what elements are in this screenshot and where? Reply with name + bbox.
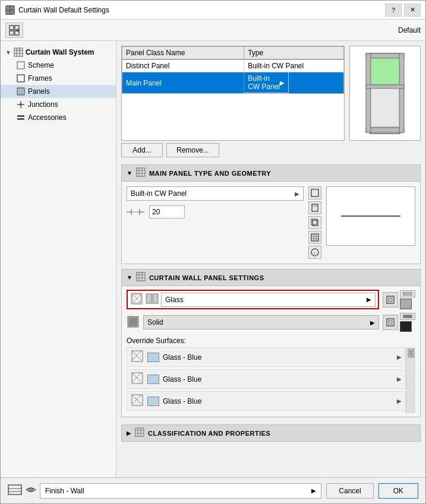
cw-collapse-icon: ▼ (127, 274, 132, 281)
panel-type-dropdown[interactable]: Built-in CW Panel ▶ (127, 186, 304, 201)
svg-rect-45 (313, 220, 318, 226)
toolbar-icon-button[interactable] (5, 23, 23, 38)
glass-dropdown[interactable]: Glass ▶ (161, 293, 375, 307)
surface-label-2: Glass - Blue (163, 375, 393, 383)
svg-text:i: i (314, 251, 315, 256)
cw-panel-settings-section: ▼ CURTAIN WALL PANEL SETTINGS (121, 269, 421, 417)
glass-line-icon[interactable] (400, 290, 415, 297)
svg-rect-3 (11, 11, 14, 14)
add-button[interactable]: Add... (121, 143, 163, 157)
surface-icon-1 (131, 350, 144, 364)
svg-rect-1 (11, 7, 14, 9)
thickness-icon (127, 207, 144, 217)
classification-title: CLASSIFICATION AND PROPERTIES (148, 430, 270, 437)
svg-rect-75 (389, 321, 392, 324)
tool-grid[interactable] (308, 231, 321, 244)
geometry-tools: i (308, 186, 321, 259)
svg-rect-26 (366, 128, 404, 132)
solid-color-swatch[interactable] (400, 321, 412, 332)
tool-panel[interactable] (308, 201, 321, 214)
panel-btn-row: Add... Remove... (121, 141, 345, 160)
surface-icon-2 (131, 372, 144, 386)
surface-row-3[interactable]: Glass - Blue ▶ (127, 391, 406, 411)
override-surfaces-section: Override Surfaces: (127, 337, 415, 413)
solid-dropdown[interactable]: Solid ▶ (143, 315, 379, 329)
surface-swatch-2 (147, 375, 159, 384)
col-panel-class: Panel Class Name (122, 47, 244, 59)
svg-rect-28 (399, 53, 404, 132)
tree-collapse-icon: ▼ (5, 49, 11, 56)
svg-rect-68 (153, 294, 158, 303)
glass-panel-icon (146, 292, 159, 307)
sidebar-item-scheme[interactable]: Scheme (1, 59, 116, 72)
classification-expand-icon: ▶ (127, 430, 131, 436)
main-panel-header[interactable]: ▼ MAIN PANEL TYPE AND GEOMETRY (121, 164, 421, 182)
solid-line-icon[interactable] (400, 313, 415, 320)
bottom-bar: Finish - Wall ▶ Cancel OK (1, 477, 425, 503)
surface-arrow-3: ▶ (397, 398, 402, 404)
svg-rect-6 (10, 31, 14, 35)
glass-corner-icon[interactable] (383, 292, 398, 308)
svg-rect-31 (371, 88, 399, 127)
thickness-input[interactable] (149, 205, 185, 218)
curtain-wall-icon (14, 47, 23, 57)
sidebar-item-accessories[interactable]: Accessories (1, 111, 116, 124)
surface-row-1[interactable]: Glass - Blue ▶ (127, 347, 406, 367)
glass-layer-icon (130, 292, 143, 307)
surface-swatch-1 (147, 353, 159, 362)
accessories-icon (16, 113, 26, 122)
surface-row-2[interactable]: Glass - Blue ▶ (127, 369, 406, 389)
svg-rect-0 (6, 7, 10, 9)
surface-icon-3 (131, 394, 144, 408)
tool-square[interactable] (308, 186, 321, 199)
tool-cube[interactable] (308, 216, 321, 229)
remove-button[interactable]: Remove... (166, 143, 219, 157)
cw-settings-header[interactable]: ▼ CURTAIN WALL PANEL SETTINGS (121, 269, 421, 286)
svg-point-21 (20, 103, 22, 106)
svg-rect-22 (17, 115, 24, 117)
cw-settings-body: Glass ▶ (121, 286, 421, 417)
junctions-icon (16, 100, 26, 109)
classification-header[interactable]: ▶ CLASSIFICATION AND PROPERTIES (121, 424, 421, 442)
finish-wall-dropdown[interactable]: Finish - Wall ▶ (40, 483, 321, 499)
surfaces-scrollbar[interactable] (406, 347, 415, 413)
svg-rect-70 (389, 298, 392, 302)
svg-rect-7 (15, 31, 19, 35)
svg-rect-67 (146, 294, 152, 303)
main-panel-collapse-icon: ▼ (127, 170, 132, 176)
help-button[interactable]: ? (385, 4, 402, 17)
window-title: Curtain Wall Default Settings (18, 6, 385, 14)
frames-label: Frames (28, 74, 52, 83)
panels-label: Panels (28, 87, 50, 96)
classification-icon (135, 427, 144, 439)
geometry-preview (326, 186, 415, 246)
main-panel-section: ▼ MAIN PANEL TYPE AND GEOMETRY (121, 164, 421, 264)
svg-rect-13 (17, 62, 24, 69)
tool-info[interactable]: i (308, 246, 321, 259)
surface-label-1: Glass - Blue (163, 353, 393, 362)
surfaces-list: Glass - Blue ▶ (127, 347, 406, 413)
glass-dropdown-arrow: ▶ (367, 296, 371, 303)
svg-rect-71 (403, 293, 412, 295)
svg-point-96 (30, 489, 32, 491)
default-label: Default (398, 26, 421, 34)
surface-arrow-1: ▶ (397, 354, 402, 360)
glass-color-swatch[interactable] (400, 299, 412, 309)
close-button[interactable]: ✕ (404, 4, 421, 17)
sidebar-item-frames[interactable]: Frames (1, 72, 116, 85)
sidebar-item-junctions[interactable]: Junctions (1, 98, 116, 111)
tree-root-item[interactable]: ▼ Curtain Wall System (1, 46, 116, 59)
sidebar-item-panels[interactable]: Panels (1, 85, 116, 98)
cw-settings-icon (136, 272, 146, 283)
svg-rect-2 (6, 11, 10, 14)
svg-rect-23 (17, 118, 24, 120)
svg-rect-14 (17, 75, 24, 82)
tree-panel: ▼ Curtain Wall System (1, 41, 116, 477)
table-row-selected[interactable]: Main Panel Built-in CW Panel ▶ (122, 72, 344, 94)
solid-corner-icon[interactable] (383, 315, 398, 330)
ok-button[interactable]: OK (378, 483, 418, 499)
table-row[interactable]: Distinct Panel Built-in CW Panel (122, 60, 344, 72)
svg-rect-4 (10, 26, 14, 30)
finish-wall-icon (8, 484, 22, 497)
cancel-button[interactable]: Cancel (326, 483, 373, 499)
